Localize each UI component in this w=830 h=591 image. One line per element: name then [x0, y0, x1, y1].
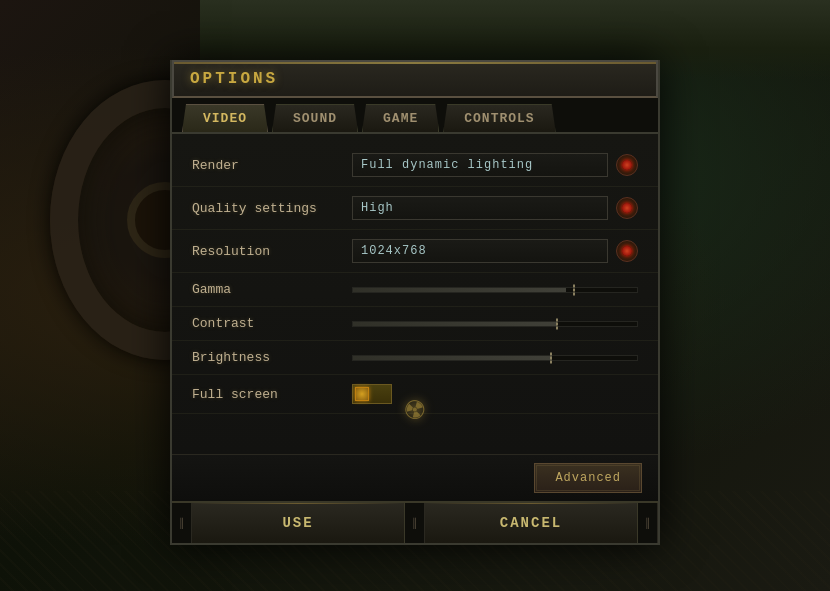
tab-game[interactable]: Game: [362, 104, 439, 132]
quality-label: Quality settings: [192, 201, 352, 216]
footer-left-bracket: ║: [172, 503, 192, 543]
radiation-icon: ☢: [401, 387, 430, 431]
dialog-overlay: OPTIONS Video Sound Game Controls Render: [0, 0, 830, 591]
resolution-dropdown-btn[interactable]: [616, 240, 638, 262]
title-bar: OPTIONS: [172, 60, 658, 98]
gamma-slider[interactable]: [352, 283, 638, 297]
brightness-slider[interactable]: [352, 351, 638, 365]
fullscreen-toggle[interactable]: [352, 384, 392, 404]
render-label: Render: [192, 158, 352, 173]
footer: ║ Use ║ Cancel ║: [172, 501, 658, 543]
brightness-label: Brightness: [192, 350, 352, 365]
brightness-fill: [353, 356, 552, 360]
quality-value: High: [361, 201, 394, 215]
contrast-slider[interactable]: [352, 317, 638, 331]
settings-content: Render Full dynamic lighting Quality set…: [172, 134, 658, 454]
contrast-fill: [353, 322, 557, 326]
contrast-marker: [556, 318, 558, 329]
resolution-label: Resolution: [192, 244, 352, 259]
brightness-track: [352, 355, 638, 361]
gamma-marker: [573, 284, 575, 295]
gamma-control: [352, 283, 638, 297]
gamma-track: [352, 287, 638, 293]
setting-row-render: Render Full dynamic lighting: [172, 144, 658, 187]
contrast-track: [352, 321, 638, 327]
tabs-container: Video Sound Game Controls: [172, 98, 658, 134]
tab-video[interactable]: Video: [182, 104, 268, 132]
tab-controls[interactable]: Controls: [443, 104, 555, 132]
footer-right-bracket: ║: [638, 503, 658, 543]
setting-row-contrast: Contrast: [172, 307, 658, 341]
brightness-marker: [550, 352, 552, 363]
fullscreen-label: Full screen: [192, 387, 352, 402]
setting-row-quality: Quality settings High: [172, 187, 658, 230]
gamma-fill: [353, 288, 566, 292]
content-decoration: ☢: [390, 384, 440, 434]
render-control: Full dynamic lighting: [352, 153, 638, 177]
render-dropdown[interactable]: Full dynamic lighting: [352, 153, 608, 177]
render-value: Full dynamic lighting: [361, 158, 533, 172]
quality-dropdown-btn[interactable]: [616, 197, 638, 219]
resolution-control: 1024x768: [352, 239, 638, 263]
dialog-title: OPTIONS: [190, 70, 278, 88]
cancel-button[interactable]: Cancel: [425, 503, 638, 543]
setting-row-brightness: Brightness: [172, 341, 658, 375]
gamma-label: Gamma: [192, 282, 352, 297]
quality-control: High: [352, 196, 638, 220]
contrast-control: [352, 317, 638, 331]
tab-sound[interactable]: Sound: [272, 104, 358, 132]
bottom-section: Advanced: [172, 454, 658, 501]
resolution-dropdown[interactable]: 1024x768: [352, 239, 608, 263]
options-dialog: OPTIONS Video Sound Game Controls Render: [170, 60, 660, 545]
contrast-label: Contrast: [192, 316, 352, 331]
toggle-indicator: [355, 387, 369, 401]
footer-mid-bracket: ║: [405, 503, 425, 543]
setting-row-resolution: Resolution 1024x768: [172, 230, 658, 273]
resolution-value: 1024x768: [361, 244, 427, 258]
render-dropdown-btn[interactable]: [616, 154, 638, 176]
setting-row-gamma: Gamma: [172, 273, 658, 307]
advanced-button[interactable]: Advanced: [534, 463, 642, 493]
quality-dropdown[interactable]: High: [352, 196, 608, 220]
use-button[interactable]: Use: [192, 503, 405, 543]
brightness-control: [352, 351, 638, 365]
